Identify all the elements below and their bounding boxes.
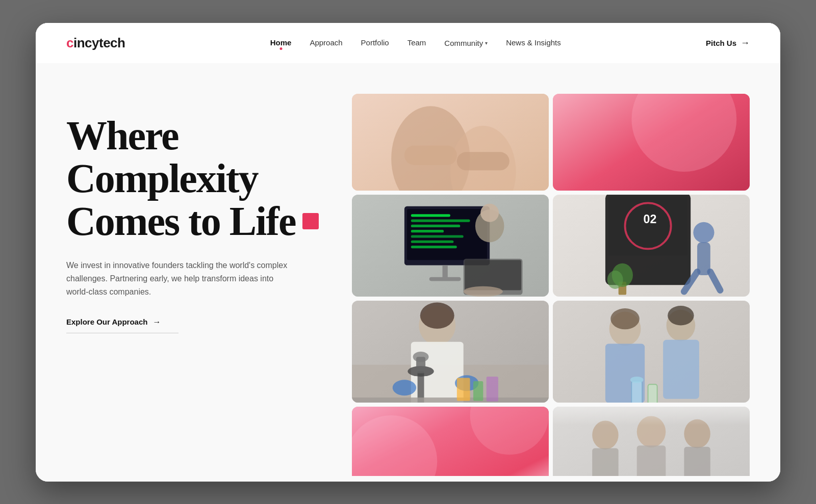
svg-point-24 [464,286,503,296]
main-content: Where Complexity Comes to Life We invest… [36,63,780,476]
pink-square-accent [302,213,319,229]
nav-item-community[interactable]: Community ▾ [444,39,488,47]
svg-rect-58 [663,339,699,399]
svg-rect-49 [457,378,470,401]
svg-point-36 [607,270,623,288]
svg-text:02: 02 [644,213,657,226]
page-wrapper: cincytech Home Approach Portfolio Team C… [36,23,780,482]
svg-rect-16 [411,240,454,243]
svg-rect-12 [411,219,470,222]
logo[interactable]: cincytech [66,35,125,51]
svg-rect-51 [487,376,498,401]
svg-rect-15 [411,235,464,237]
pitch-us-label: Pitch Us [706,39,736,47]
svg-rect-27 [608,196,687,255]
logo-accent: c [66,35,73,50]
grid-cell-6 [553,301,750,403]
title-line-3: Comes to Life [66,200,332,243]
image-grid: 02 [352,94,750,476]
navbar: cincytech Home Approach Portfolio Team C… [36,23,780,63]
arrow-icon: → [741,38,750,48]
svg-point-57 [668,305,694,325]
title-line-3-text: Comes to Life [66,200,295,243]
nav-item-news[interactable]: News & Insights [506,38,561,47]
grid-cell-3 [352,195,549,297]
explore-label: Explore Our Approach [66,317,147,326]
svg-rect-4 [457,152,509,170]
explore-approach-button[interactable]: Explore Our Approach → [66,317,178,333]
grid-cell-5 [352,301,549,403]
svg-point-47 [413,352,429,362]
svg-rect-23 [465,260,521,290]
title-line-1: Where [66,114,332,157]
grid-cell-8 [553,407,750,476]
grid-cell-2 [553,94,750,191]
device-frame: cincytech Home Approach Portfolio Team C… [36,23,780,482]
svg-rect-61 [648,384,657,403]
nav-item-home[interactable]: Home [270,38,292,47]
svg-rect-13 [411,224,461,227]
svg-rect-50 [473,381,483,401]
title-line-2: Complexity [66,157,332,200]
svg-rect-59 [631,381,642,402]
nav-item-approach[interactable]: Approach [310,38,342,47]
grid-cell-7 [352,407,549,476]
grid-cell-1 [352,94,549,191]
svg-rect-18 [443,265,448,278]
svg-point-54 [610,308,640,329]
svg-point-40 [420,302,454,328]
svg-point-60 [630,376,644,383]
logo-text: incytech [73,35,125,50]
nav-item-portfolio[interactable]: Portfolio [361,38,389,47]
nav-link-news[interactable]: News & Insights [506,38,561,47]
svg-rect-11 [411,214,450,217]
nav-link-approach[interactable]: Approach [310,38,342,47]
explore-arrow-icon: → [152,317,161,327]
nav-item-team[interactable]: Team [407,38,426,47]
svg-rect-19 [429,277,461,281]
hero-description: We invest in innovative founders tacklin… [66,259,291,299]
svg-rect-17 [411,246,457,248]
chevron-down-icon: ▾ [485,40,488,46]
pitch-us-button[interactable]: Pitch Us → [706,38,750,48]
grid-cell-4: 02 [553,195,750,297]
nav-link-portfolio[interactable]: Portfolio [361,38,389,47]
image-grid-container: 02 [352,94,750,476]
svg-rect-73 [553,407,750,476]
svg-point-42 [393,380,416,395]
hero-text: Where Complexity Comes to Life We invest… [66,94,332,333]
nav-links: Home Approach Portfolio Team Community ▾ [270,38,561,47]
svg-rect-3 [404,145,457,165]
svg-rect-48 [352,397,549,403]
svg-point-30 [693,222,714,243]
hero-title: Where Complexity Comes to Life [66,114,332,243]
nav-link-team[interactable]: Team [407,38,426,47]
svg-point-21 [480,203,499,222]
nav-link-home[interactable]: Home [270,38,292,47]
nav-link-community[interactable]: Community ▾ [444,39,488,47]
svg-rect-14 [411,230,444,232]
